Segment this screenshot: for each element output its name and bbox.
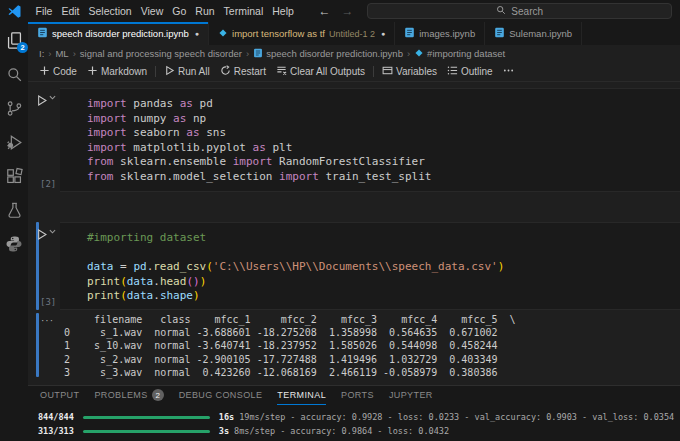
code-line: import matplotlib.pyplot as plt [87, 141, 680, 156]
output-collapse-button[interactable]: ··· [41, 315, 54, 326]
notebook-toolbar: CodeMarkdownRun AllRestartClear All Outp… [28, 62, 680, 82]
more-icon [503, 65, 514, 78]
search-input[interactable]: Search [367, 3, 672, 19]
activity-badge: 2 [17, 42, 28, 53]
panel-tab-terminal[interactable]: TERMINAL [277, 386, 326, 405]
notebook-icon [404, 27, 415, 40]
progress-bar [83, 416, 210, 419]
tab-label: images.ipynb [419, 28, 475, 39]
outline-button[interactable]: Outline [442, 62, 498, 81]
variables-button[interactable]: Variables [377, 62, 442, 81]
markdown-button[interactable]: Markdown [82, 62, 152, 81]
forward-arrow-icon[interactable]: → [341, 0, 353, 22]
panel-tab-ports[interactable]: PORTS [341, 386, 374, 405]
source-control-icon[interactable] [2, 95, 26, 121]
run-cell-button[interactable] [35, 94, 56, 107]
title-bar: FileEditSelectionViewGoRunTerminalHelp ←… [0, 0, 680, 22]
breadcrumb-speech-disorder-prediction-ipynb[interactable]: speech disorder prediction.ipynb [253, 48, 403, 60]
notebook-icon [253, 48, 263, 60]
run-all-button[interactable]: Run All [159, 62, 215, 81]
bottom-panel: OUTPUTPROBLEMS2DEBUG CONSOLETERMINALPORT… [28, 385, 680, 441]
code-line: print(data.shape) [87, 289, 680, 304]
menu-go[interactable]: Go [168, 0, 191, 22]
restart-icon [220, 65, 231, 78]
tab-speech-disorder-prediction-ipynb[interactable]: speech disorder prediction.ipynb● [28, 22, 209, 45]
code-line: from sklearn.model_selection import trai… [87, 170, 680, 185]
chevron-separator: › [246, 48, 249, 59]
run-icon [164, 65, 175, 78]
menu-edit[interactable]: Edit [57, 0, 84, 22]
extensions-icon[interactable] [2, 163, 26, 189]
breadcrumb-importing-dataset[interactable]: #importing dataset [414, 48, 505, 60]
activity-bar: 2 [0, 22, 28, 441]
add-icon [39, 65, 50, 78]
vscode-logo-icon [7, 4, 22, 19]
metrics-text: 8ms/step - accuracy: 0.9864 - loss: 0.04… [234, 426, 449, 436]
testing-icon[interactable] [2, 197, 26, 223]
code-cell[interactable]: #importing dataset data = pd.read_csv('C… [60, 222, 680, 310]
menu-selection[interactable]: Selection [84, 0, 136, 22]
chevron-separator: › [48, 48, 51, 59]
search-icon[interactable] [2, 61, 26, 87]
diamond-icon [414, 48, 424, 60]
tab-import-tensorflow-as-tf[interactable]: import tensorflow as tfUntitled-1 2● [209, 22, 395, 45]
menu-view[interactable]: View [136, 0, 168, 22]
python-icon[interactable] [2, 231, 26, 257]
cell-output-table: filename class mfcc_1 mfcc_2 mfcc_3 mfcc… [64, 313, 516, 379]
code-line: import numpy as np [87, 112, 680, 127]
breadcrumb-signal-and-processing-speech-disorder[interactable]: signal and processing speech disorder [80, 48, 242, 59]
explorer-icon[interactable]: 2 [2, 27, 26, 53]
panel-tab-jupyter[interactable]: JUPYTER [389, 386, 433, 405]
step-time: 16s [219, 412, 234, 422]
execution-count: [3] [40, 297, 56, 307]
breadcrumb-i[interactable]: I: [39, 48, 44, 59]
metrics-text: 19ms/step - accuracy: 0.9928 - loss: 0.0… [239, 412, 674, 422]
output-focus-bar [36, 313, 39, 377]
editor-tab-bar: speech disorder prediction.ipynb●import … [28, 22, 680, 45]
step-time: 3s [219, 426, 229, 436]
panel-tab-debug-console[interactable]: DEBUG CONSOLE [179, 386, 263, 405]
tab-description: Untitled-1 2 [329, 29, 375, 39]
chevron-separator: › [73, 48, 76, 59]
tab-label: speech disorder prediction.ipynb [52, 28, 189, 39]
diamond-icon [218, 28, 228, 40]
progress-count: 313/313 [38, 426, 74, 436]
notebook-icon [494, 27, 505, 40]
toolbar-separator [373, 66, 374, 77]
terminal-area[interactable]: 844/84416s19ms/step - accuracy: 0.9928 -… [28, 405, 680, 438]
progress-bar [83, 430, 210, 433]
panel-tab-output[interactable]: OUTPUT [40, 386, 79, 405]
run-debug-icon[interactable] [2, 129, 26, 155]
menu-terminal[interactable]: Terminal [219, 0, 268, 22]
modified-dot-icon: ● [381, 30, 385, 37]
restart-button[interactable]: Restart [215, 62, 271, 81]
menu-help[interactable]: Help [268, 0, 299, 22]
execution-count: [2] [40, 179, 56, 189]
chevron-separator: › [407, 48, 410, 59]
more-button[interactable] [498, 62, 519, 81]
search-icon [496, 5, 506, 17]
terminal-line: 844/84416s19ms/step - accuracy: 0.9928 -… [38, 410, 680, 424]
breadcrumb: I:›ML›signal and processing speech disor… [28, 45, 680, 62]
back-arrow-icon[interactable]: ← [318, 0, 330, 22]
tab-label: import tensorflow as tf [232, 28, 325, 39]
menu-file[interactable]: File [31, 0, 57, 22]
menu-run[interactable]: Run [191, 0, 219, 22]
run-cell-button[interactable] [35, 228, 56, 241]
clear-all-outputs-button[interactable]: Clear All Outputs [271, 62, 370, 81]
tab-images-ipynb[interactable]: images.ipynb [395, 22, 485, 45]
code-cell[interactable]: import pandas as pdimport numpy as npimp… [60, 88, 680, 192]
notebook-editor: import pandas as pdimport numpy as npimp… [28, 82, 680, 385]
code-line: import pandas as pd [87, 97, 680, 112]
code-button[interactable]: Code [34, 62, 82, 81]
panel-tab-problems[interactable]: PROBLEMS2 [94, 386, 163, 405]
tab-suleman-ipynb[interactable]: Suleman.ipynb [485, 22, 582, 45]
problems-badge: 2 [152, 389, 164, 401]
panel-tab-bar: OUTPUTPROBLEMS2DEBUG CONSOLETERMINALPORT… [28, 386, 680, 405]
progress-count: 844/844 [38, 412, 74, 422]
clear-icon [276, 65, 287, 78]
code-line: import seaborn as sns [87, 126, 680, 141]
nav-arrows: ← → [318, 0, 353, 22]
breadcrumb-ml[interactable]: ML [55, 48, 68, 59]
code-line: from sklearn.ensemble import RandomFores… [87, 155, 680, 170]
